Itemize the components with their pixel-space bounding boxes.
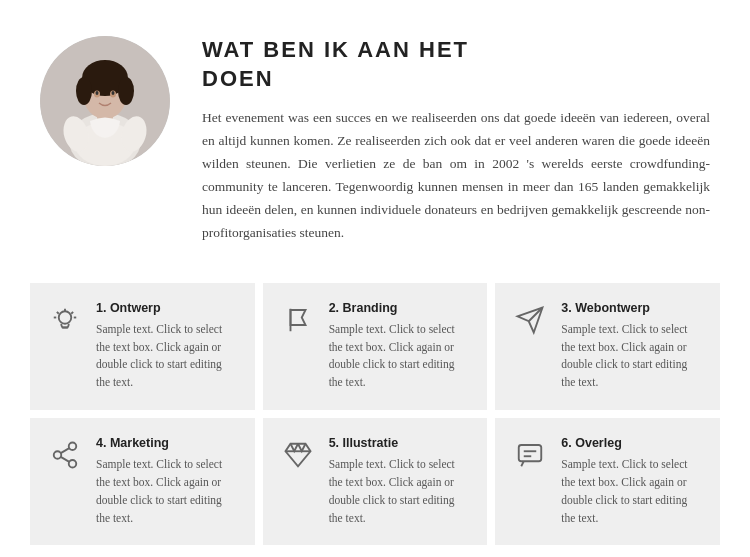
svg-line-25 (61, 457, 70, 462)
card-5-title: 5. Illustratie (329, 436, 472, 450)
svg-point-22 (69, 443, 77, 451)
card-6-body: 6. Overleg Sample text. Click to select … (561, 436, 704, 527)
avatar (40, 36, 170, 166)
card-4-icon (46, 436, 84, 474)
svg-line-18 (71, 312, 73, 314)
svg-point-10 (96, 91, 99, 95)
card-1-icon (46, 301, 84, 339)
card-1-text: Sample text. Click to select the text bo… (96, 321, 239, 392)
services-grid: 1. Ontwerp Sample text. Click to select … (0, 273, 750, 557)
card-2-body: 2. Branding Sample text. Click to select… (329, 301, 472, 392)
card-2-title: 2. Branding (329, 301, 472, 315)
card-3-title: 3. Webontwerp (561, 301, 704, 315)
card-6-title: 6. Overleg (561, 436, 704, 450)
card-6: 6. Overleg Sample text. Click to select … (495, 418, 720, 545)
card-3-body: 3. Webontwerp Sample text. Click to sele… (561, 301, 704, 392)
card-4-text: Sample text. Click to select the text bo… (96, 456, 239, 527)
svg-point-24 (69, 460, 77, 468)
card-4: 4. Marketing Sample text. Click to selec… (30, 418, 255, 545)
svg-line-26 (61, 448, 70, 453)
card-1-title: 1. Ontwerp (96, 301, 239, 315)
avatar-wrap (40, 36, 170, 166)
card-1: 1. Ontwerp Sample text. Click to select … (30, 283, 255, 410)
card-5-icon (279, 436, 317, 474)
page-description: Het evenement was een succes en we reali… (202, 107, 710, 245)
top-content: WAT BEN IK AAN HET DOEN Het evenement wa… (202, 36, 710, 245)
card-5-body: 5. Illustratie Sample text. Click to sel… (329, 436, 472, 527)
svg-point-14 (59, 311, 72, 324)
card-6-icon (511, 436, 549, 474)
card-6-text: Sample text. Click to select the text bo… (561, 456, 704, 527)
page-title: WAT BEN IK AAN HET DOEN (202, 36, 710, 93)
card-2-text: Sample text. Click to select the text bo… (329, 321, 472, 392)
card-4-title: 4. Marketing (96, 436, 239, 450)
svg-point-7 (118, 77, 134, 105)
card-5: 5. Illustratie Sample text. Click to sel… (263, 418, 488, 545)
top-section: WAT BEN IK AAN HET DOEN Het evenement wa… (0, 0, 750, 273)
svg-point-11 (112, 91, 115, 95)
svg-rect-27 (519, 445, 542, 461)
card-1-body: 1. Ontwerp Sample text. Click to select … (96, 301, 239, 392)
card-3: 3. Webontwerp Sample text. Click to sele… (495, 283, 720, 410)
card-3-text: Sample text. Click to select the text bo… (561, 321, 704, 392)
card-5-text: Sample text. Click to select the text bo… (329, 456, 472, 527)
card-4-body: 4. Marketing Sample text. Click to selec… (96, 436, 239, 527)
svg-line-17 (57, 312, 59, 314)
svg-point-6 (76, 77, 92, 105)
card-2: 2. Branding Sample text. Click to select… (263, 283, 488, 410)
card-2-icon (279, 301, 317, 339)
svg-point-23 (54, 451, 62, 459)
card-3-icon (511, 301, 549, 339)
